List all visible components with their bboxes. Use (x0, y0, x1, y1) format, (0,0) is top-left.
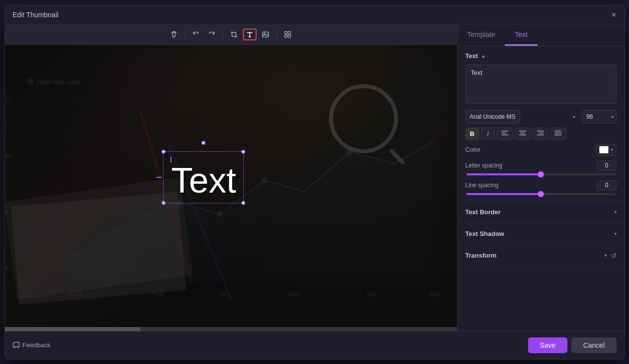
letter-spacing-fill (466, 173, 541, 175)
modal-content: 2019 Feb Mar May Apr Jun 3.9 4.2 6.9 7 8… (5, 25, 625, 331)
text-section-title: Text ▲ (465, 52, 486, 60)
toolbar (5, 25, 457, 45)
divider-3 (276, 30, 277, 39)
format-row: B I (465, 128, 617, 140)
text-shadow-section[interactable]: Text Shadow ▾ (458, 223, 625, 245)
panel-tabs: Template Text (458, 25, 625, 46)
crop-button[interactable] (227, 29, 241, 40)
color-swatch (599, 146, 609, 154)
close-button[interactable]: × (611, 10, 617, 19)
modal-footer: Feedback Save Cancel (5, 331, 625, 359)
line-spacing-track[interactable] (466, 193, 616, 195)
tab-text[interactable]: Text (505, 25, 537, 46)
svg-rect-0 (232, 33, 236, 36)
letter-spacing-label-row: Letter spacing 0 (465, 161, 617, 170)
canvas-progress-bar (5, 327, 457, 331)
transform-reset-icon[interactable]: ↺ (611, 252, 617, 260)
modal-header: Edit Thumbnail × (5, 5, 625, 25)
image-button[interactable] (259, 29, 272, 40)
svg-rect-5 (285, 35, 287, 37)
divider-1 (185, 30, 185, 39)
save-button[interactable]: Save (528, 337, 567, 353)
feedback-button[interactable]: Feedback (13, 341, 51, 349)
letter-spacing-label: Letter spacing (465, 162, 502, 169)
undo-button[interactable] (189, 29, 203, 40)
feedback-label: Feedback (23, 341, 51, 349)
color-dropdown-arrow: ▾ (611, 147, 613, 152)
canvas-text-label: Text (171, 161, 236, 200)
text-border-section[interactable]: Text Border ▾ (458, 201, 625, 223)
footer-actions: Save Cancel (528, 337, 617, 353)
canvas-wrapper[interactable]: 2019 Feb Mar May Apr Jun 3.9 4.2 6.9 7 8… (5, 45, 457, 327)
group-button[interactable] (281, 29, 295, 40)
color-row: Color ▾ (465, 144, 617, 156)
font-family-wrapper: Arial Unicode MS (465, 110, 578, 124)
left-handle-line (157, 177, 162, 178)
canvas-progress-fill (5, 327, 140, 331)
align-left-button[interactable] (497, 128, 513, 140)
handle-top-right[interactable] (241, 150, 245, 154)
align-right-button[interactable] (532, 128, 548, 140)
canvas-area: 2019 Feb Mar May Apr Jun 3.9 4.2 6.9 7 8… (5, 25, 457, 331)
modal-title: Edit Thumbnail (13, 11, 59, 19)
letter-spacing-track[interactable] (466, 173, 616, 175)
align-justify-button[interactable] (550, 128, 566, 140)
svg-rect-46 (13, 342, 19, 347)
letter-spacing-thumb[interactable] (538, 171, 544, 177)
color-label: Color (465, 146, 481, 153)
line-spacing-row: Line spacing (465, 180, 617, 195)
delete-button[interactable] (167, 29, 181, 40)
text-section-arrow: ▲ (481, 53, 486, 59)
text-shadow-arrow: ▾ (614, 231, 617, 236)
transform-section[interactable]: Transform ▾ ↺ (458, 245, 625, 267)
selection-box: Text (163, 151, 244, 203)
align-center-button[interactable] (515, 128, 530, 140)
text-content-input[interactable]: Text (465, 65, 617, 104)
cancel-button[interactable]: Cancel (571, 337, 617, 353)
line-spacing-fill (466, 193, 541, 195)
canvas-bg: 2019 Feb Mar May Apr Jun 3.9 4.2 6.9 7 8… (5, 45, 457, 327)
panel-content: Text ▲ Text Arial Unicode MS (458, 46, 625, 331)
svg-rect-3 (285, 32, 287, 34)
text-section-header[interactable]: Text ▲ (465, 52, 617, 60)
font-size-select[interactable]: 96 (582, 110, 617, 124)
modal-container: Edit Thumbnail × (4, 5, 625, 360)
redo-button[interactable] (205, 29, 219, 40)
text-border-title: Text Border (465, 208, 612, 216)
divider-2 (223, 30, 223, 39)
line-spacing-label-row: Line spacing (465, 180, 617, 190)
svg-rect-4 (288, 32, 291, 34)
letter-spacing-row: Letter spacing 0 (465, 161, 617, 175)
line-spacing-label: Line spacing (465, 182, 498, 189)
font-family-select[interactable]: Arial Unicode MS (465, 110, 520, 124)
transform-arrow: ▾ (604, 253, 607, 258)
line-spacing-thumb[interactable] (538, 191, 544, 197)
text-section: Text ▲ Text Arial Unicode MS (458, 46, 625, 201)
handle-bottom-left[interactable] (162, 201, 166, 205)
line-spacing-value[interactable] (597, 180, 617, 190)
canvas-text-element[interactable]: Text (163, 151, 244, 203)
font-row: Arial Unicode MS 96 (465, 110, 617, 124)
bold-button[interactable]: B (465, 128, 479, 140)
handle-top-left[interactable] (162, 150, 166, 154)
handle-bottom-right[interactable] (241, 201, 245, 205)
transform-title: Transform (465, 252, 602, 259)
color-picker[interactable]: ▾ (596, 144, 617, 156)
magnifier-decoration (329, 84, 398, 153)
text-shadow-title: Text Shadow (465, 230, 612, 237)
text-border-arrow: ▾ (614, 209, 617, 215)
svg-rect-6 (288, 35, 291, 37)
letter-spacing-value[interactable]: 0 (597, 161, 617, 170)
right-panel: Template Text Text ▲ Text (457, 25, 625, 331)
top-handle-line (170, 157, 171, 163)
top-handle-dot[interactable] (201, 141, 205, 145)
italic-button[interactable]: I (481, 128, 495, 140)
svg-rect-1 (263, 32, 268, 37)
font-size-wrapper: 96 (582, 110, 617, 124)
text-tool-button[interactable] (243, 29, 257, 40)
tab-template[interactable]: Template (458, 25, 505, 46)
